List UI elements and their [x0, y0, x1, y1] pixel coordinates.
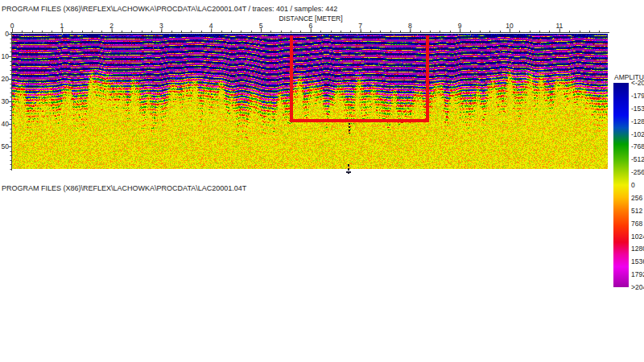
colorbar-tick-label: 1280	[631, 245, 644, 253]
x-axis-tick-label: 6	[308, 22, 312, 30]
colorbar-tick-label: -256	[631, 168, 644, 176]
colorbar-tick-label: 1792	[631, 270, 644, 278]
x-axis-tick-label: 8	[408, 22, 412, 30]
file-path-top: PROGRAM FILES (X86)\REFLEX\LACHOWKA\PROC…	[2, 5, 337, 13]
x-axis-tick-label: 1	[60, 22, 64, 30]
y-axis-tick-label: 50	[0, 142, 9, 150]
marker-dash-lower	[346, 171, 351, 173]
highlight-box	[290, 35, 429, 122]
x-axis-tick-label: 0	[10, 22, 14, 30]
colorbar-tick-label: 1536	[631, 257, 644, 265]
x-axis-tick-label: 9	[458, 22, 462, 30]
y-axis-tick-label: 30	[0, 97, 9, 105]
y-axis-tick-label: 20	[0, 75, 9, 83]
colorbar-tick-label: 256	[631, 194, 642, 202]
y-axis-tick-label: 40	[0, 120, 9, 128]
x-axis-tick-label: 4	[209, 22, 213, 30]
x-axis-tick-label: 7	[358, 22, 362, 30]
colorbar-tick-label: -512	[631, 155, 644, 163]
colorbar-tick-label: -768	[631, 142, 644, 150]
x-axis-tick-label: 5	[259, 22, 263, 30]
x-axis-tick-label: 10	[506, 22, 513, 30]
y-axis-tick-label: 0	[0, 30, 9, 38]
x-axis-tick-label: 3	[159, 22, 163, 30]
colorbar-tick-label: <-20	[631, 79, 644, 87]
colorbar-tick-label: -128	[631, 117, 644, 125]
colorbar-tick-label: 768	[631, 220, 642, 228]
colorbar-tick-label: 1024	[631, 232, 644, 241]
colorbar-tick-label: 0	[631, 181, 635, 189]
x-axis-tick-label: 11	[555, 22, 563, 30]
colorbar-tick-label: -153	[631, 105, 644, 113]
amplitude-colorbar	[613, 83, 629, 287]
colorbar-tick-label: 512	[631, 207, 642, 215]
colorbar-tick-label: -179	[631, 92, 644, 100]
file-path-bottom: PROGRAM FILES (X86)\REFLEX\LACHOWKA\PROC…	[2, 184, 246, 192]
x-axis-tick-label: 2	[109, 22, 114, 30]
page: { "colors": { "background": "#ffffff", "…	[0, 0, 644, 362]
colorbar-tick-label: >204	[631, 283, 644, 291]
y-axis-tick-label: 10	[0, 52, 9, 60]
marker-dots-upper	[349, 123, 350, 134]
colorbar-tick-label: -102	[631, 130, 644, 138]
